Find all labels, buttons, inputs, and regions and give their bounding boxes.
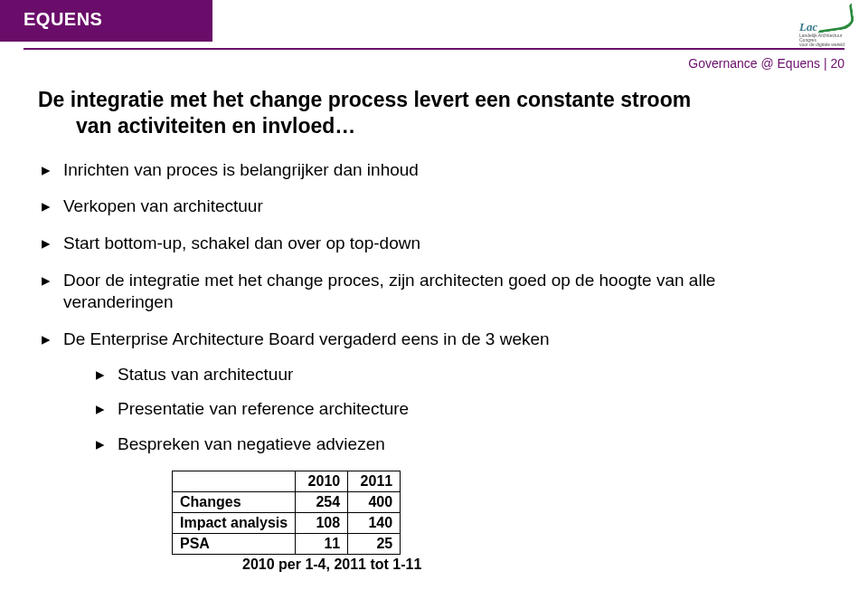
- table-row: Changes 254 400: [173, 491, 401, 512]
- table-cell-label: Changes: [173, 491, 296, 512]
- table-cell-value: 25: [348, 533, 401, 554]
- stats-table-wrap: 2010 2011 Changes 254 400 Impact analysi…: [172, 471, 830, 573]
- brand-logo: EQUENS: [24, 9, 102, 30]
- table-cell-value: 108: [296, 512, 348, 533]
- list-item-text: De Enterprise Architecture Board vergade…: [63, 329, 550, 348]
- slide-content: De integratie met het change process lev…: [38, 87, 830, 573]
- table-header-year: 2011: [348, 471, 401, 491]
- header-separator: [24, 48, 844, 50]
- table-cell-value: 254: [296, 491, 348, 512]
- list-item: Door de integratie met het change proces…: [42, 270, 830, 314]
- title-line1: De integratie met het change process lev…: [38, 88, 691, 111]
- list-item: Status van architectuur: [96, 364, 830, 386]
- table-header-blank: [173, 471, 296, 491]
- lac-logo-subtitle: Landelijk Architectuur Congresvoor de di…: [799, 33, 857, 47]
- table-cell-value: 11: [296, 533, 348, 554]
- table-cell-value: 140: [348, 512, 401, 533]
- list-item: Start bottom-up, schakel dan over op top…: [42, 233, 830, 255]
- list-item: Bespreken van negatieve adviezen: [96, 433, 830, 456]
- sub-bullet-list: Status van architectuur Presentatie van …: [63, 364, 830, 456]
- list-item: Verkopen van architectuur: [42, 195, 830, 218]
- list-item: De Enterprise Architecture Board vergade…: [42, 328, 830, 456]
- title-line2: van activiteiten en invloed…: [38, 113, 830, 139]
- lac-logo: Lac Landelijk Architectuur Congresvoor d…: [799, 4, 857, 47]
- lac-swoosh-icon: [814, 3, 854, 33]
- list-item: Inrichten van proces is belangrijker dan…: [42, 159, 830, 182]
- bullet-list: Inrichten van proces is belangrijker dan…: [38, 159, 830, 456]
- table-header-year: 2010: [296, 471, 348, 491]
- table-row: Impact analysis 108 140: [173, 512, 401, 533]
- table-cell-label: Impact analysis: [173, 512, 296, 533]
- table-cell-label: PSA: [173, 533, 296, 554]
- stats-table: 2010 2011 Changes 254 400 Impact analysi…: [172, 471, 401, 555]
- breadcrumb: Governance @ Equens | 20: [688, 56, 844, 71]
- table-row: PSA 11 25: [173, 533, 401, 554]
- table-cell-value: 400: [348, 491, 401, 512]
- list-item: Presentatie van reference architecture: [96, 398, 830, 421]
- table-row: 2010 2011: [173, 471, 401, 491]
- table-caption: 2010 per 1-4, 2011 tot 1-11: [242, 557, 830, 573]
- page-title: De integratie met het change process lev…: [38, 87, 830, 139]
